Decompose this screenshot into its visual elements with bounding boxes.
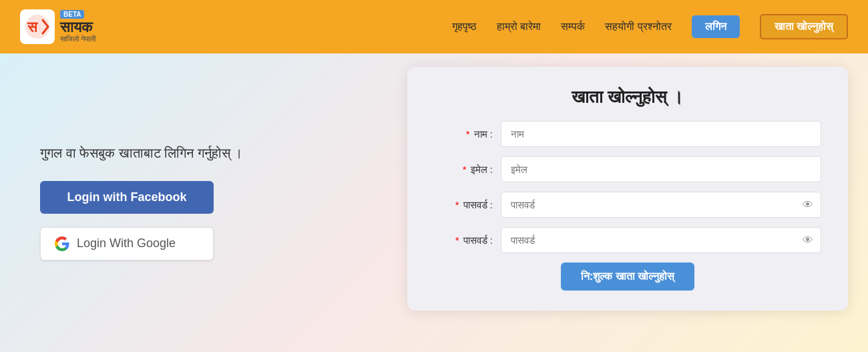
confirm-password-row: * पासवर्ड : 👁 [434, 227, 821, 253]
nav-home[interactable]: गृहपृष्ठ [452, 21, 477, 33]
google-login-button[interactable]: Login With Google [40, 227, 214, 260]
email-label: * इमेल : [434, 164, 501, 176]
logo-icon: स [20, 9, 55, 44]
main-nav: गृहपृष्ठ हाम्रो बारेमा सम्पर्क सहयोगी प्… [452, 14, 848, 39]
confirm-password-wrapper: 👁 [501, 227, 821, 253]
site-header: स BETA सायक साजिलो नेपाली गृहपृष्ठ हाम्र… [0, 0, 868, 53]
confirm-password-toggle-icon[interactable]: 👁 [803, 234, 813, 246]
nav-about[interactable]: हाम्रो बारेमा [497, 21, 541, 33]
name-required-star: * [466, 128, 470, 140]
svg-text:स: स [27, 19, 38, 35]
password-input[interactable] [501, 192, 821, 218]
password-row: * पासवर्ड : 👁 [434, 192, 821, 218]
google-login-label: Login With Google [77, 236, 176, 250]
confirm-password-input[interactable] [501, 227, 821, 253]
name-label: * नाम : [434, 128, 501, 140]
facebook-login-button[interactable]: Login with Facebook [40, 181, 214, 214]
main-content: गुगल वा फेसबुक खाताबाट लिगिन गर्नुहोस् ।… [0, 53, 868, 352]
password-required-star: * [455, 199, 459, 210]
confirm-password-label: * पासवर्ड : [434, 234, 501, 246]
register-button[interactable]: खाता खोल्नुहोस् [760, 14, 848, 39]
nav-contact[interactable]: सम्पर्क [561, 21, 585, 33]
left-panel: गुगल वा फेसबुक खाताबाट लिगिन गर्नुहोस् ।… [0, 53, 387, 352]
right-panel: खाता खोल्नुहोस् । * नाम : * इमेल : [387, 53, 868, 352]
social-login-desc: गुगल वा फेसबुक खाताबाट लिगिन गर्नुहोस् । [40, 146, 347, 161]
name-row: * नाम : [434, 121, 821, 147]
email-row: * इमेल : [434, 156, 821, 182]
logo-area: स BETA सायक साजिलो नेपाली [20, 9, 95, 44]
password-toggle-icon[interactable]: 👁 [803, 199, 813, 211]
name-input[interactable] [501, 121, 821, 147]
beta-badge: BETA [60, 10, 84, 19]
logo-sub-text: साजिलो नेपाली [60, 35, 95, 43]
submit-register-button[interactable]: नि:शुल्क खाता खोल्नुहोस् [561, 262, 694, 291]
confirm-required-star: * [455, 234, 459, 246]
password-label: * पासवर्ड : [434, 199, 501, 211]
password-wrapper: 👁 [501, 192, 821, 218]
login-button[interactable]: लगिन [692, 15, 740, 38]
logo-main-text: सायक [60, 20, 95, 35]
registration-form-card: खाता खोल्नुहोस् । * नाम : * इमेल : [407, 67, 848, 311]
form-title: खाता खोल्नुहोस् । [434, 87, 821, 108]
google-logo-icon [54, 236, 70, 252]
logo-text: BETA सायक साजिलो नेपाली [60, 10, 95, 43]
email-required-star: * [463, 164, 467, 175]
email-input[interactable] [501, 156, 821, 182]
nav-faq[interactable]: सहयोगी प्रश्नोतर [605, 21, 671, 33]
